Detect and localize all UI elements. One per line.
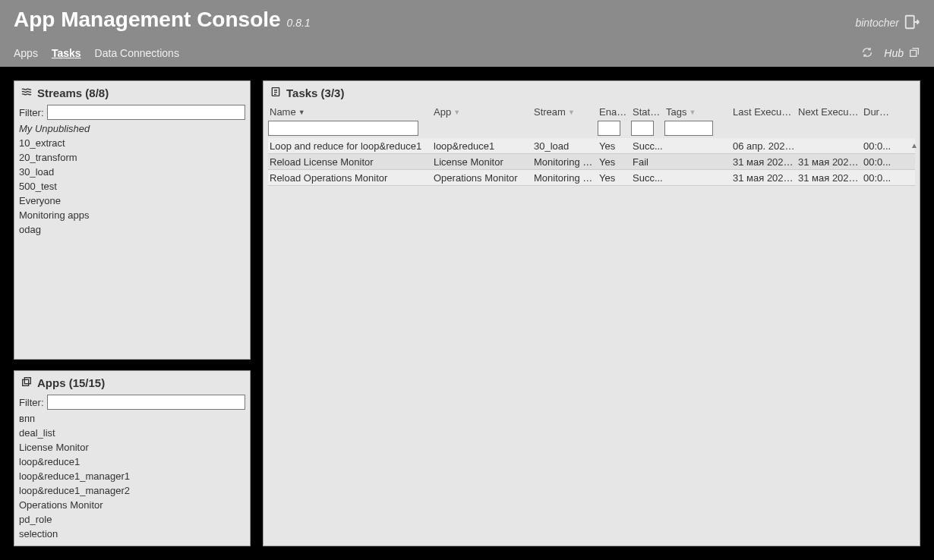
table-header: Name▼ App▼ Stream▼ Enabl... Statu... Tag…	[268, 105, 915, 119]
apps-list: вппdeal_listLicense Monitorloop&reduce1l…	[19, 411, 245, 541]
tasks-title: Tasks (3/3)	[286, 87, 344, 99]
workspace: Streams (8/8) Filter: My Unpublished10_e…	[0, 67, 934, 560]
refresh-icon[interactable]	[861, 46, 873, 61]
streams-panel: Streams (8/8) Filter: My Unpublished10_e…	[14, 80, 251, 360]
hub-link[interactable]: Hub	[884, 46, 920, 61]
filter-enabled-input[interactable]	[598, 121, 620, 136]
list-item[interactable]: My Unpublished	[19, 121, 245, 136]
nav-item-apps[interactable]: Apps	[14, 47, 38, 59]
tasks-icon	[270, 86, 282, 100]
list-item[interactable]: License Monitor	[19, 440, 245, 455]
table-cell: 00:0...	[862, 140, 897, 152]
table-cell: 31 мая 2024 ...	[797, 172, 862, 184]
col-header-next[interactable]: Next Execute...	[797, 105, 862, 119]
table-cell: 00:0...	[862, 156, 897, 168]
svg-rect-3	[24, 378, 30, 384]
list-item[interactable]: 20_transform	[19, 150, 245, 165]
table-cell: loop&reduce1	[432, 140, 532, 152]
table-cell: Reload Operations Monitor	[268, 172, 432, 184]
table-cell: 06 апр. 2024...	[731, 140, 797, 152]
column-filters	[268, 121, 915, 136]
app-title: App Management Console	[14, 8, 281, 32]
app-version: 0.8.1	[287, 17, 311, 29]
col-header-name[interactable]: Name▼	[268, 105, 432, 119]
svg-rect-2	[23, 379, 29, 385]
nav-item-data-connections[interactable]: Data Connections	[95, 47, 179, 59]
table-cell: Operations Monitor	[432, 172, 532, 184]
col-header-stream[interactable]: Stream▼	[532, 105, 598, 119]
table-body: Loop and reduce for loop&reduce1loop&red…	[268, 138, 915, 541]
list-item[interactable]: selection	[19, 527, 245, 541]
col-header-tags[interactable]: Tags▼	[664, 105, 731, 119]
nav-item-tasks[interactable]: Tasks	[52, 47, 81, 59]
list-item[interactable]: впп	[19, 411, 245, 426]
col-header-duration[interactable]: Durat...	[862, 105, 897, 119]
streams-title: Streams (8/8)	[37, 87, 109, 99]
list-item[interactable]: Operations Monitor	[19, 498, 245, 512]
streams-icon	[21, 86, 33, 100]
table-row[interactable]: Reload Operations MonitorOperations Moni…	[268, 170, 915, 186]
list-item[interactable]: loop&reduce1_manager1	[19, 469, 245, 483]
table-cell: Monitoring a...	[532, 172, 598, 184]
list-item[interactable]: loop&reduce1_manager2	[19, 483, 245, 498]
table-cell: Yes	[598, 140, 631, 152]
table-row[interactable]: Reload License MonitorLicense MonitorMon…	[268, 154, 915, 170]
table-cell: 00:0...	[862, 172, 897, 184]
list-item[interactable]: Monitoring apps	[19, 208, 245, 222]
list-item[interactable]: 500_test	[19, 179, 245, 193]
scroll-up-icon[interactable]: ▲	[910, 141, 918, 149]
col-header-last[interactable]: Last Execute...	[731, 105, 797, 119]
table-row[interactable]: Loop and reduce for loop&reduce1loop&red…	[268, 138, 915, 154]
hub-label: Hub	[884, 47, 904, 59]
streams-list: My Unpublished10_extract20_transform30_l…	[19, 121, 245, 354]
table-cell: 31 мая 2024 ...	[797, 156, 862, 168]
filter-name-input[interactable]	[268, 121, 418, 136]
list-item[interactable]: deal_list	[19, 426, 245, 440]
apps-filter-label: Filter:	[19, 397, 44, 408]
list-item[interactable]: pd_role	[19, 512, 245, 527]
list-item[interactable]: odag	[19, 222, 245, 237]
logout-icon[interactable]	[904, 14, 920, 33]
col-header-app[interactable]: App▼	[432, 105, 532, 119]
external-link-icon	[908, 46, 920, 61]
table-cell: Succ...	[631, 172, 664, 184]
table-cell: Yes	[598, 172, 631, 184]
table-cell: Monitoring a...	[532, 156, 598, 168]
col-header-status[interactable]: Statu...	[631, 105, 664, 119]
apps-filter-input[interactable]	[47, 395, 246, 410]
table-cell: 31 мая 2024 ...	[731, 172, 797, 184]
apps-icon	[21, 376, 33, 390]
sort-icon: ▼	[453, 109, 460, 116]
list-item[interactable]: 10_extract	[19, 136, 245, 150]
col-header-enabled[interactable]: Enabl...	[598, 105, 631, 119]
sort-desc-icon: ▼	[298, 109, 305, 116]
table-cell: Loop and reduce for loop&reduce1	[268, 140, 432, 152]
table-cell: Succ...	[631, 140, 664, 152]
table-cell: Yes	[598, 156, 631, 168]
list-item[interactable]: loop&reduce1	[19, 455, 245, 469]
filter-tags-input[interactable]	[664, 121, 713, 136]
svg-rect-0	[906, 15, 914, 28]
table-cell: Reload License Monitor	[268, 156, 432, 168]
sort-icon: ▼	[568, 109, 575, 116]
table-cell: License Monitor	[432, 156, 532, 168]
apps-panel: Apps (15/15) Filter: вппdeal_listLicense…	[14, 370, 251, 546]
header: App Management Console 0.8.1 bintocher A…	[0, 0, 934, 67]
list-item[interactable]: 30_load	[19, 165, 245, 179]
user-label: bintocher	[855, 17, 899, 29]
streams-filter-input[interactable]	[47, 105, 246, 120]
table-cell: Fail	[631, 156, 664, 168]
table-cell: 31 мая 2024 ...	[731, 156, 797, 168]
nav-tabs: Apps Tasks Data Connections	[14, 47, 179, 59]
apps-title: Apps (15/15)	[37, 376, 105, 389]
tasks-panel: Tasks (3/3) Name▼ App▼ Stream▼ Enabl... …	[263, 80, 920, 546]
sort-icon: ▼	[689, 109, 696, 116]
filter-status-input[interactable]	[631, 121, 654, 136]
list-item[interactable]: Everyone	[19, 193, 245, 208]
table-cell: 30_load	[532, 140, 598, 152]
svg-rect-1	[910, 50, 917, 56]
streams-filter-label: Filter:	[19, 107, 44, 118]
